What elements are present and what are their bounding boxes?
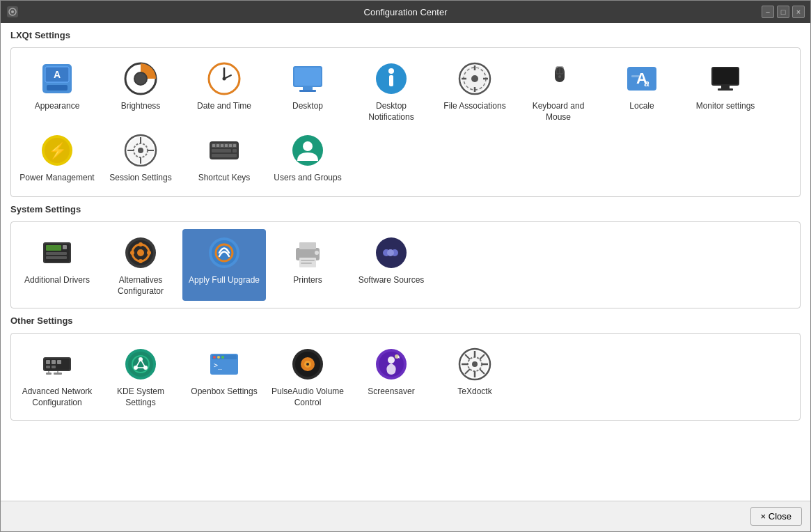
svg-point-117 [217, 356, 220, 359]
pulseaudio-label: PulseAudio Volume Control [270, 386, 345, 408]
keyboard-mouse-item[interactable]: Keyboard and Mouse [517, 55, 600, 127]
svg-point-79 [130, 251, 134, 255]
kde-item[interactable]: KDE System Settings [99, 341, 182, 412]
appearance-item[interactable]: A Appearance [15, 55, 99, 127]
svg-point-15 [223, 77, 226, 81]
shortcut-item[interactable]: Shortcut Keys [182, 127, 266, 189]
svg-text:⚡: ⚡ [48, 141, 68, 160]
svg-rect-101 [46, 373, 52, 375]
system-section-title: System Settings [10, 204, 801, 217]
svg-text:★: ★ [397, 355, 400, 359]
additional-drivers-icon [39, 235, 75, 271]
keyboard-mouse-label: Keyboard and Mouse [521, 101, 596, 123]
svg-rect-58 [212, 154, 237, 157]
datetime-label: Date and Time [197, 101, 251, 112]
shortcut-label: Shortcut Keys [198, 173, 251, 184]
lxqt-section-border: A Appearance [10, 47, 801, 197]
printers-label: Printers [293, 275, 322, 286]
other-section-border: Advanced Network Configuration [10, 333, 801, 420]
kde-label: KDE System Settings [103, 386, 178, 408]
other-section: Other Settings [10, 315, 801, 420]
svg-rect-56 [212, 149, 231, 152]
other-section-title: Other Settings [10, 315, 801, 329]
titlebar-left [6, 6, 19, 18]
lxqt-section: LXQt Settings A [10, 30, 801, 197]
svg-point-89 [315, 251, 319, 255]
texdoctk-icon [457, 346, 493, 382]
svg-rect-88 [301, 263, 312, 264]
openbox-item[interactable]: >_ Openbox Settings [182, 341, 266, 412]
screensaver-item[interactable]: ★ Screensaver [349, 341, 433, 412]
locale-label: Locale [629, 101, 654, 112]
svg-point-26 [471, 75, 478, 82]
svg-rect-62 [225, 144, 228, 147]
session-item[interactable]: Session Settings [99, 127, 182, 189]
svg-rect-19 [299, 90, 316, 92]
network-label: Advanced Network Configuration [19, 386, 95, 408]
desktop-item[interactable]: Desktop [266, 55, 349, 127]
brightness-label: Brightness [121, 101, 161, 112]
power-item[interactable]: ⚡ Power Management [15, 127, 99, 189]
printers-icon [290, 235, 326, 271]
svg-point-78 [139, 259, 143, 263]
brightness-item[interactable]: Brightness [99, 55, 182, 127]
alternatives-icon [123, 235, 159, 271]
svg-rect-98 [57, 360, 61, 364]
power-icon: ⚡ [39, 132, 75, 169]
desktop-notifications-item[interactable]: Desktop Notifications [349, 55, 433, 127]
locale-item[interactable]: A a Locale [600, 55, 684, 127]
svg-rect-5 [47, 85, 68, 91]
svg-rect-40 [713, 68, 738, 84]
svg-rect-38 [631, 75, 640, 77]
upgrade-item[interactable]: Apply Full Upgrade [182, 229, 266, 301]
svg-point-127 [388, 357, 395, 363]
svg-point-77 [139, 242, 143, 247]
session-icon [123, 132, 159, 169]
svg-rect-55 [212, 143, 237, 148]
svg-point-34 [558, 75, 561, 78]
maximize-button[interactable]: □ [777, 6, 789, 18]
svg-rect-42 [718, 88, 733, 91]
locale-icon: A a [624, 61, 660, 97]
svg-point-93 [387, 249, 394, 256]
alternatives-item[interactable]: Alternatives Configurator [99, 229, 182, 301]
svg-text:A: A [54, 69, 61, 80]
svg-rect-41 [721, 86, 730, 88]
pulseaudio-item[interactable]: PulseAudio Volume Control [266, 341, 349, 412]
system-icon-grid: Additional Drivers [15, 229, 796, 301]
svg-point-49 [138, 148, 143, 153]
svg-rect-85 [299, 242, 316, 249]
svg-rect-17 [294, 68, 321, 86]
system-section: System Settings [10, 204, 801, 308]
svg-rect-100 [52, 366, 56, 368]
svg-point-80 [147, 251, 151, 255]
window-controls: − □ × [762, 6, 805, 18]
network-item[interactable]: Advanced Network Configuration [15, 341, 99, 412]
keyboard-mouse-icon [540, 61, 576, 97]
lxqt-section-title: LXQt Settings [10, 30, 801, 43]
close-footer-button[interactable]: × Close [750, 507, 802, 526]
texdoctk-item[interactable]: TeXdoctk [433, 341, 517, 412]
network-icon [39, 346, 75, 382]
kde-icon [123, 346, 159, 382]
svg-rect-102 [54, 373, 62, 375]
main-content: LXQt Settings A [1, 23, 810, 501]
svg-text:a: a [644, 78, 649, 88]
screensaver-label: Screensaver [368, 386, 414, 398]
datetime-item[interactable]: Date and Time [182, 55, 266, 127]
desktop-label: Desktop [292, 101, 323, 112]
software-sources-item[interactable]: Software Sources [349, 229, 433, 301]
minimize-button[interactable]: − [762, 6, 774, 18]
printers-item[interactable]: Printers [266, 229, 349, 301]
additional-drivers-label: Additional Drivers [24, 275, 90, 286]
software-sources-label: Software Sources [359, 275, 425, 286]
monitor-item[interactable]: Monitor settings [684, 55, 767, 127]
file-associations-item[interactable]: File Associations [433, 55, 517, 127]
svg-rect-99 [46, 366, 50, 368]
close-button[interactable]: × [792, 6, 805, 18]
openbox-label: Openbox Settings [191, 386, 257, 398]
additional-drivers-item[interactable]: Additional Drivers [15, 229, 99, 301]
svg-rect-57 [233, 149, 237, 152]
svg-rect-87 [301, 260, 315, 261]
users-item[interactable]: Users and Groups [266, 127, 349, 189]
